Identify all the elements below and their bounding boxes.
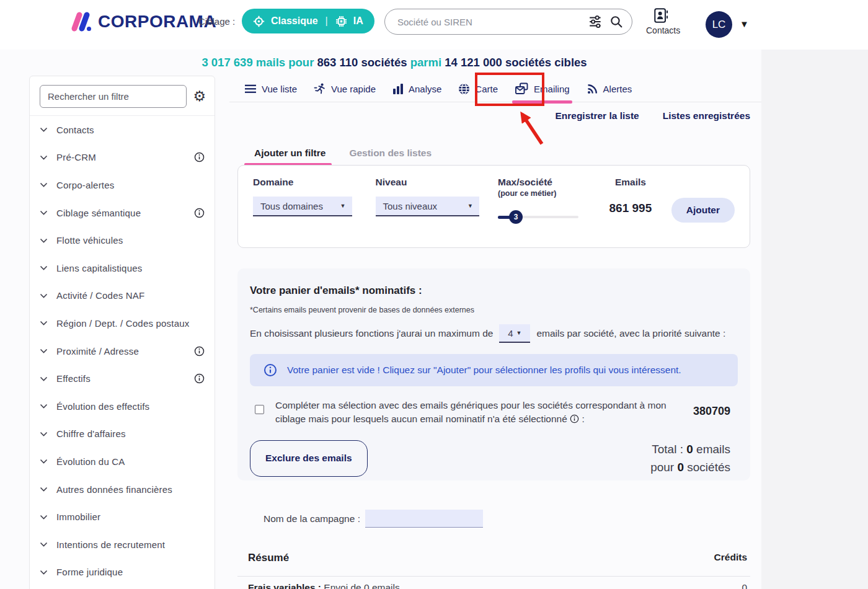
summary-row-text: Envoi de 0 emails (324, 582, 399, 589)
sidebar-item-region-codes-postaux[interactable]: Région / Dept. / Codes postaux (30, 309, 215, 337)
search-icon[interactable] (609, 15, 623, 29)
generic-text-body: Compléter ma sélection avec des emails g… (275, 400, 666, 424)
sidebar-item-activite-naf[interactable]: Activité / Codes NAF (30, 282, 215, 310)
save-list-button[interactable]: Enregistrer la liste (555, 110, 639, 122)
ciblage-mode-toggle[interactable]: Classique | IA (242, 9, 374, 33)
sidebar-item-label: Proximité / Adresse (56, 346, 185, 356)
tab-label: Vue liste (262, 84, 297, 94)
contacts-button[interactable]: Contacts (646, 7, 676, 35)
total-pour: pour (650, 461, 674, 474)
company-search[interactable] (384, 9, 632, 35)
sidebar-item-label: Intentions de recrutement (56, 539, 205, 550)
target-icon (253, 16, 265, 27)
sidebar-item-evolution-effectifs[interactable]: Évolution des effectifs (30, 392, 215, 420)
sidebar-item-corpo-alertes[interactable]: Corpo-alertes (30, 171, 215, 199)
sidebar-item-label: Pré-CRM (56, 152, 185, 162)
domaine-select[interactable]: Tous domaines ▼ (253, 197, 352, 216)
summary-row-label: Frais variables : (248, 582, 321, 589)
max-societe-label: Max/société (498, 177, 578, 188)
runner-icon (314, 82, 326, 95)
max-emails-select[interactable]: 4 ▼ (499, 324, 530, 343)
tab-alertes[interactable]: Alertes (587, 76, 632, 102)
campaign-name-input[interactable] (365, 510, 483, 528)
slider-handle[interactable]: 3 (509, 210, 523, 224)
logo-mark-icon (69, 11, 92, 32)
generic-emails-count: 380709 (693, 399, 738, 418)
tab-vue-liste[interactable]: Vue liste (245, 76, 297, 102)
sidebar-item-intentions-recrutement[interactable]: Intentions de recrutement (30, 531, 215, 559)
sidebar-item-contacts[interactable]: Contacts (30, 116, 215, 144)
chevron-down-icon (40, 321, 48, 326)
view-tabs: Vue liste Vue rapide Analyse Carte (229, 76, 761, 102)
subtab-manage-lists[interactable]: Gestion des listes (349, 148, 432, 164)
tab-emailing[interactable]: Emailing (515, 76, 570, 102)
mode-ia-label[interactable]: IA (353, 16, 363, 27)
chevron-down-icon: ▼ (467, 203, 473, 209)
sidebar-item-proximite-adresse[interactable]: Proximité / Adresse (30, 337, 215, 365)
filters-icon[interactable] (588, 15, 603, 29)
sidebar-item-label: Évolution des effectifs (56, 401, 205, 412)
niveau-select[interactable]: Tous niveaux ▼ (376, 197, 480, 216)
company-search-input[interactable] (397, 17, 588, 27)
chip-icon (335, 16, 347, 27)
sidebar-item-label: Contacts (56, 125, 205, 135)
sidebar-item-flotte-vehicules[interactable]: Flotte véhicules (30, 226, 215, 254)
chevron-down-icon (40, 238, 48, 243)
avatar[interactable]: LC (706, 11, 732, 38)
email-basket-card: Votre panier d'emails* nominatifs : *Cer… (237, 268, 750, 480)
mode-classique-label[interactable]: Classique (271, 16, 318, 27)
sentence-before: En choisissant plusieurs fonctions j'aur… (250, 328, 493, 339)
globe-icon (458, 83, 470, 95)
info-icon[interactable] (194, 208, 205, 218)
account-caret-icon[interactable]: ▼ (740, 19, 749, 29)
total-emails-word: emails (696, 443, 730, 456)
stats-mails: 3 017 639 mails pour (202, 56, 314, 69)
max-societe-slider[interactable]: 3 (498, 210, 578, 224)
sidebar-item-cutoff[interactable] (30, 586, 215, 589)
basket-totals: Total : 0 emails pour 0 sociétés (650, 440, 738, 477)
info-icon[interactable] (194, 346, 205, 356)
saved-lists-button[interactable]: Listes enregistrées (663, 110, 750, 122)
total-societes-word: sociétés (687, 461, 730, 474)
sidebar-item-pre-crm[interactable]: Pré-CRM (30, 144, 215, 172)
list-actions: Enregistrer la liste Listes enregistrées (229, 110, 750, 122)
emails-count: 861 995 (601, 202, 660, 215)
sidebar-item-autres-donnees[interactable]: Autres données financières (30, 476, 215, 503)
sidebar-item-label: Corpo-alertes (56, 180, 205, 190)
add-button[interactable]: Ajouter (671, 198, 735, 223)
summary-header: Résumé Crédits (248, 552, 747, 564)
chevron-down-icon (40, 459, 48, 464)
corporama-logo[interactable]: CORPORAMA (69, 11, 216, 32)
sidebar-item-ciblage-semantique[interactable]: Ciblage sémantique (30, 199, 215, 227)
contacts-label: Contacts (646, 25, 676, 35)
total-societes-value: 0 (677, 461, 684, 474)
tab-label: Carte (475, 84, 498, 94)
sidebar-item-chiffre-affaires[interactable]: Chiffre d'affaires (30, 420, 215, 448)
avatar-initials: LC (712, 19, 726, 31)
sidebar-item-label: Évolution du CA (56, 456, 205, 467)
sidebar-item-effectifs[interactable]: Effectifs (30, 365, 215, 392)
rss-icon (587, 83, 598, 95)
gear-icon[interactable]: ⚙ (193, 89, 206, 104)
filter-search-input[interactable] (40, 85, 187, 108)
subtab-add-filter[interactable]: Ajouter un filtre (254, 148, 326, 164)
chevron-down-icon (40, 210, 48, 215)
info-icon[interactable] (570, 414, 579, 423)
chevron-down-icon (40, 265, 48, 270)
total-emails-value: 0 (686, 443, 693, 456)
sidebar-item-immobilier[interactable]: Immobilier (30, 503, 215, 531)
emailing-icon (515, 82, 529, 95)
chevron-down-icon (40, 182, 48, 187)
exclude-emails-button[interactable]: Exclure des emails (250, 440, 368, 477)
tab-carte[interactable]: Carte (458, 76, 498, 102)
generic-emails-checkbox[interactable] (255, 405, 264, 414)
chevron-down-icon (40, 376, 48, 381)
tab-analyse[interactable]: Analyse (392, 76, 441, 102)
sidebar-item-forme-juridique[interactable]: Forme juridique (30, 559, 215, 587)
sidebar-item-evolution-ca[interactable]: Évolution du CA (30, 448, 215, 476)
info-icon[interactable] (194, 373, 205, 384)
info-icon[interactable] (194, 152, 205, 162)
sidebar-item-liens-capitalistiques[interactable]: Liens capitalistiques (30, 254, 215, 282)
tab-vue-rapide[interactable]: Vue rapide (314, 76, 376, 102)
chevron-down-icon (40, 348, 48, 353)
